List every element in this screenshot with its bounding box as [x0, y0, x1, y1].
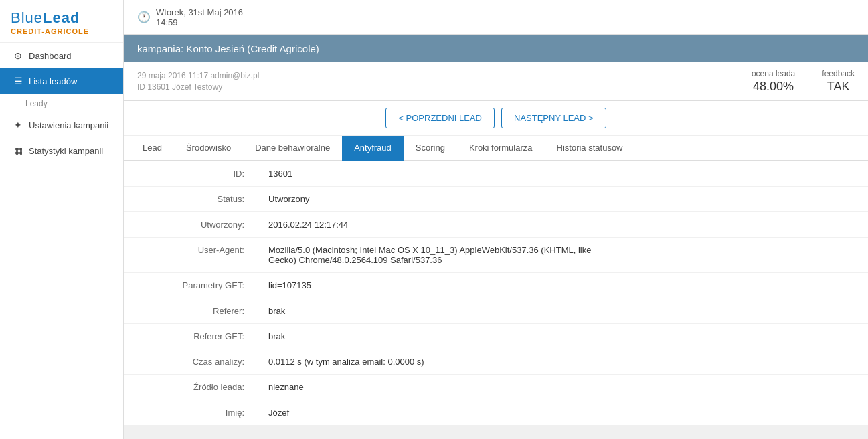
field-label: Parametry GET: — [124, 273, 258, 298]
lead-nav-buttons: < POPRZEDNI LEAD NASTĘPNY LEAD > — [124, 101, 868, 136]
dashboard-icon: ⊙ — [13, 50, 23, 61]
lead-info-bar: 29 maja 2016 11:17 admin@biz.pl ID 13601… — [124, 62, 868, 101]
sidebar-item-lista-leadow[interactable]: ☰ Lista leadów — [0, 68, 123, 94]
content-area: kampania: Konto Jesień (Credit Agricole)… — [124, 35, 868, 439]
logo: BlueLead — [11, 9, 112, 27]
tabs-bar: LeadŚrodowiskoDane behawioralneAntyfraud… — [124, 136, 868, 161]
lead-info-right: ocena leada 48.00% feedback TAK — [752, 69, 855, 94]
field-value: lid=107135 — [258, 273, 868, 298]
field-label: Referer GET: — [124, 324, 258, 349]
lead-info-left: 29 maja 2016 11:17 admin@biz.pl ID 13601… — [137, 71, 259, 92]
logo-area: BlueLead CREDIT-AGRICOLE — [0, 0, 123, 43]
prev-lead-button[interactable]: < POPRZEDNI LEAD — [385, 108, 495, 128]
field-label: Referer: — [124, 298, 258, 324]
field-label: Status: — [124, 187, 258, 212]
sidebar-subsection-leady: Leady — [0, 94, 123, 112]
table-row: Status:Utworzony — [124, 187, 868, 212]
sidebar-item-statystyki-label: Statystyki kampanii — [29, 146, 103, 156]
table-row: Utworzony:2016.02.24 12:17:44 — [124, 212, 868, 238]
tab-dane-behawioralne[interactable]: Dane behawioralne — [243, 136, 342, 161]
lead-line1: 29 maja 2016 11:17 admin@biz.pl — [137, 71, 259, 80]
next-lead-button[interactable]: NASTĘPNY LEAD > — [501, 108, 606, 128]
tab-kroki-formularza[interactable]: Kroki formularza — [457, 136, 545, 161]
main-content: 🕐 Wtorek, 31st Maj 2016 14:59 kampania: … — [124, 0, 868, 439]
table-row: Źródło leada:nieznane — [124, 375, 868, 400]
feedback-block: feedback TAK — [822, 69, 855, 94]
tab-historia-statusow[interactable]: Historia statusów — [545, 136, 635, 161]
tab-antyfraud[interactable]: Antyfraud — [342, 136, 404, 161]
field-label: ID: — [124, 161, 258, 187]
field-value: 2016.02.24 12:17:44 — [258, 212, 868, 238]
topbar: 🕐 Wtorek, 31st Maj 2016 14:59 — [124, 0, 868, 35]
field-label: Imię: — [124, 400, 258, 426]
table-row: Czas analizy:0.0112 s (w tym analiza ema… — [124, 349, 868, 375]
field-label: User-Agent: — [124, 238, 258, 273]
settings-icon: ✦ — [13, 120, 23, 130]
field-label: Czas analizy: — [124, 349, 258, 375]
field-value: 13601 — [258, 161, 868, 187]
sidebar-item-dashboard-label: Dashboard — [29, 51, 72, 61]
table-row: User-Agent:Mozilla/5.0 (Macintosh; Intel… — [124, 238, 868, 273]
sub-brand: CREDIT-AGRICOLE — [11, 27, 112, 35]
tab-scoring[interactable]: Scoring — [404, 136, 457, 161]
table-row: ID:13601 — [124, 161, 868, 187]
lead-score-block: ocena leada 48.00% — [752, 69, 795, 94]
field-value: Mozilla/5.0 (Macintosh; Intel Mac OS X 1… — [258, 238, 868, 273]
sidebar-item-ustawienia[interactable]: ✦ Ustawienia kampanii — [0, 112, 123, 138]
sidebar-item-statystyki[interactable]: ▦ Statystyki kampanii — [0, 138, 123, 163]
antyfraud-table: ID:13601Status:UtworzonyUtworzony:2016.0… — [124, 161, 868, 426]
campaign-banner: kampania: Konto Jesień (Credit Agricole) — [124, 35, 868, 62]
field-label: Źródło leada: — [124, 375, 258, 400]
field-value: nieznane — [258, 375, 868, 400]
field-label: Utworzony: — [124, 212, 258, 238]
tab-lead[interactable]: Lead — [131, 136, 174, 161]
sidebar-item-dashboard[interactable]: ⊙ Dashboard — [0, 43, 123, 68]
sidebar: BlueLead CREDIT-AGRICOLE ⊙ Dashboard ☰ L… — [0, 0, 124, 439]
list-icon: ☰ — [13, 76, 23, 86]
field-value: Utworzony — [258, 187, 868, 212]
sidebar-item-ustawienia-label: Ustawienia kampanii — [29, 120, 108, 130]
sidebar-item-lista-leadow-label: Lista leadów — [29, 76, 77, 86]
datetime: Wtorek, 31st Maj 2016 14:59 — [156, 7, 243, 27]
stats-icon: ▦ — [13, 145, 23, 156]
table-row: Imię:Józef — [124, 400, 868, 426]
clock-icon: 🕐 — [137, 11, 151, 23]
table-row: Referer GET:brak — [124, 324, 868, 349]
field-value: Józef — [258, 400, 868, 426]
lead-line2: ID 13601 Józef Testowy — [137, 82, 259, 92]
tab-srodowisko[interactable]: Środowisko — [174, 136, 243, 161]
field-value: brak — [258, 298, 868, 324]
field-value: brak — [258, 324, 868, 349]
table-row: Parametry GET:lid=107135 — [124, 273, 868, 298]
table-row: Referer:brak — [124, 298, 868, 324]
field-value: 0.0112 s (w tym analiza email: 0.0000 s) — [258, 349, 868, 375]
